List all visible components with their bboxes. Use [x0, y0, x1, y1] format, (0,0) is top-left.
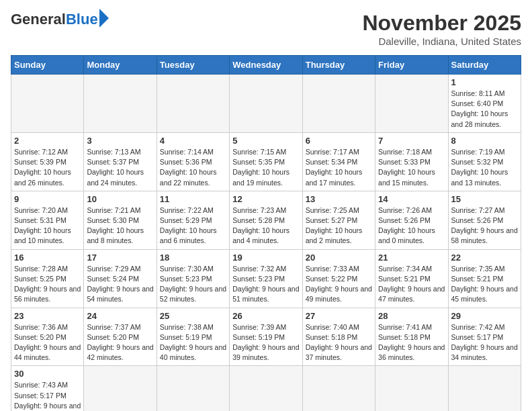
calendar-cell [448, 366, 521, 411]
day-number: 14 [378, 194, 445, 204]
weekday-header-row: SundayMondayTuesdayWednesdayThursdayFrid… [11, 56, 521, 75]
day-info: Sunrise: 7:22 AM Sunset: 5:29 PM Dayligh… [160, 205, 226, 246]
calendar-cell: 11Sunrise: 7:22 AM Sunset: 5:29 PM Dayli… [157, 191, 229, 249]
day-number: 4 [160, 136, 226, 146]
day-info: Sunrise: 7:39 AM Sunset: 5:19 PM Dayligh… [232, 322, 299, 363]
day-info: Sunrise: 7:34 AM Sunset: 5:21 PM Dayligh… [378, 264, 445, 305]
day-number: 12 [232, 194, 299, 204]
day-number: 6 [306, 136, 372, 146]
calendar-row-2: 2Sunrise: 7:12 AM Sunset: 5:39 PM Daylig… [11, 132, 521, 191]
weekday-header-tuesday: Tuesday [157, 56, 229, 75]
day-number: 1 [451, 77, 518, 87]
day-info: Sunrise: 7:12 AM Sunset: 5:39 PM Dayligh… [14, 147, 81, 188]
calendar-cell: 23Sunrise: 7:36 AM Sunset: 5:20 PM Dayli… [11, 308, 84, 366]
calendar-cell [157, 75, 229, 133]
day-number: 19 [232, 253, 299, 263]
calendar-cell: 15Sunrise: 7:27 AM Sunset: 5:26 PM Dayli… [448, 191, 521, 249]
calendar-cell: 8Sunrise: 7:19 AM Sunset: 5:32 PM Daylig… [448, 132, 521, 191]
day-info: Sunrise: 7:15 AM Sunset: 5:35 PM Dayligh… [232, 147, 299, 188]
calendar-cell: 4Sunrise: 7:14 AM Sunset: 5:36 PM Daylig… [157, 132, 229, 191]
calendar-cell: 1Sunrise: 8:11 AM Sunset: 6:40 PM Daylig… [448, 75, 521, 133]
calendar-row-6: 30Sunrise: 7:43 AM Sunset: 5:17 PM Dayli… [11, 366, 521, 411]
day-info: Sunrise: 7:35 AM Sunset: 5:21 PM Dayligh… [451, 264, 518, 305]
calendar-cell: 13Sunrise: 7:25 AM Sunset: 5:27 PM Dayli… [302, 191, 375, 249]
calendar-cell [375, 366, 448, 411]
day-number: 11 [160, 194, 226, 204]
day-info: Sunrise: 8:11 AM Sunset: 6:40 PM Dayligh… [451, 89, 518, 130]
day-info: Sunrise: 7:18 AM Sunset: 5:33 PM Dayligh… [378, 147, 445, 188]
month-title: November 2025 [362, 11, 521, 36]
calendar-cell [230, 75, 302, 133]
weekday-header-thursday: Thursday [302, 56, 375, 75]
day-number: 13 [306, 194, 372, 204]
day-number: 2 [14, 136, 81, 146]
day-info: Sunrise: 7:42 AM Sunset: 5:17 PM Dayligh… [451, 322, 518, 363]
day-info: Sunrise: 7:40 AM Sunset: 5:18 PM Dayligh… [306, 322, 372, 363]
calendar-cell: 12Sunrise: 7:23 AM Sunset: 5:28 PM Dayli… [230, 191, 302, 249]
day-info: Sunrise: 7:23 AM Sunset: 5:28 PM Dayligh… [232, 205, 299, 246]
day-number: 5 [232, 136, 299, 146]
day-info: Sunrise: 7:21 AM Sunset: 5:30 PM Dayligh… [87, 205, 153, 246]
day-number: 16 [14, 253, 81, 263]
calendar-cell: 14Sunrise: 7:26 AM Sunset: 5:26 PM Dayli… [375, 191, 448, 249]
calendar-cell: 10Sunrise: 7:21 AM Sunset: 5:30 PM Dayli… [84, 191, 157, 249]
day-info: Sunrise: 7:26 AM Sunset: 5:26 PM Dayligh… [378, 205, 445, 246]
calendar-cell: 2Sunrise: 7:12 AM Sunset: 5:39 PM Daylig… [11, 132, 84, 191]
day-info: Sunrise: 7:25 AM Sunset: 5:27 PM Dayligh… [306, 205, 372, 246]
calendar-cell [375, 75, 448, 133]
day-number: 15 [451, 194, 518, 204]
weekday-header-monday: Monday [84, 56, 157, 75]
day-number: 18 [160, 253, 226, 263]
day-info: Sunrise: 7:17 AM Sunset: 5:34 PM Dayligh… [306, 147, 372, 188]
calendar-cell: 16Sunrise: 7:28 AM Sunset: 5:25 PM Dayli… [11, 249, 84, 308]
day-info: Sunrise: 7:13 AM Sunset: 5:37 PM Dayligh… [87, 147, 153, 188]
calendar-cell: 28Sunrise: 7:41 AM Sunset: 5:18 PM Dayli… [375, 308, 448, 366]
calendar-cell: 29Sunrise: 7:42 AM Sunset: 5:17 PM Dayli… [448, 308, 521, 366]
day-number: 25 [160, 311, 226, 321]
day-number: 26 [232, 311, 299, 321]
day-number: 7 [378, 136, 445, 146]
calendar-cell: 3Sunrise: 7:13 AM Sunset: 5:37 PM Daylig… [84, 132, 157, 191]
day-info: Sunrise: 7:29 AM Sunset: 5:24 PM Dayligh… [87, 264, 153, 305]
location: Daleville, Indiana, United States [362, 36, 521, 47]
weekday-header-saturday: Saturday [448, 56, 521, 75]
calendar-cell [302, 366, 375, 411]
day-info: Sunrise: 7:14 AM Sunset: 5:36 PM Dayligh… [160, 147, 226, 188]
calendar-cell [11, 75, 84, 133]
calendar-row-4: 16Sunrise: 7:28 AM Sunset: 5:25 PM Dayli… [11, 249, 521, 308]
weekday-header-sunday: Sunday [11, 56, 84, 75]
calendar-cell: 30Sunrise: 7:43 AM Sunset: 5:17 PM Dayli… [11, 366, 84, 411]
calendar-row-3: 9Sunrise: 7:20 AM Sunset: 5:31 PM Daylig… [11, 191, 521, 249]
day-info: Sunrise: 7:19 AM Sunset: 5:32 PM Dayligh… [451, 147, 518, 188]
calendar-cell: 21Sunrise: 7:34 AM Sunset: 5:21 PM Dayli… [375, 249, 448, 308]
calendar-cell: 26Sunrise: 7:39 AM Sunset: 5:19 PM Dayli… [230, 308, 302, 366]
calendar-row-1: 1Sunrise: 8:11 AM Sunset: 6:40 PM Daylig… [11, 75, 521, 133]
logo-triangle-icon [99, 9, 109, 28]
calendar-cell: 6Sunrise: 7:17 AM Sunset: 5:34 PM Daylig… [302, 132, 375, 191]
calendar-cell: 9Sunrise: 7:20 AM Sunset: 5:31 PM Daylig… [11, 191, 84, 249]
calendar-cell [302, 75, 375, 133]
day-number: 27 [306, 311, 372, 321]
header: General Blue November 2025 Daleville, In… [11, 11, 521, 47]
day-number: 23 [14, 311, 81, 321]
calendar-cell: 18Sunrise: 7:30 AM Sunset: 5:23 PM Dayli… [157, 249, 229, 308]
day-info: Sunrise: 7:20 AM Sunset: 5:31 PM Dayligh… [14, 205, 81, 246]
calendar-cell: 24Sunrise: 7:37 AM Sunset: 5:20 PM Dayli… [84, 308, 157, 366]
day-info: Sunrise: 7:33 AM Sunset: 5:22 PM Dayligh… [306, 264, 372, 305]
calendar-cell: 19Sunrise: 7:32 AM Sunset: 5:23 PM Dayli… [230, 249, 302, 308]
title-area: November 2025 Daleville, Indiana, United… [362, 11, 521, 47]
logo: General Blue [11, 11, 109, 28]
day-number: 17 [87, 253, 153, 263]
day-info: Sunrise: 7:41 AM Sunset: 5:18 PM Dayligh… [378, 322, 445, 363]
logo-blue-text: Blue [66, 11, 98, 28]
day-number: 21 [378, 253, 445, 263]
calendar-cell: 17Sunrise: 7:29 AM Sunset: 5:24 PM Dayli… [84, 249, 157, 308]
calendar-cell: 22Sunrise: 7:35 AM Sunset: 5:21 PM Dayli… [448, 249, 521, 308]
day-number: 29 [451, 311, 518, 321]
logo-general-text: General [11, 11, 66, 28]
day-info: Sunrise: 7:43 AM Sunset: 5:17 PM Dayligh… [14, 380, 81, 411]
calendar-cell [84, 75, 157, 133]
calendar-cell: 25Sunrise: 7:38 AM Sunset: 5:19 PM Dayli… [157, 308, 229, 366]
day-number: 22 [451, 253, 518, 263]
calendar-cell: 5Sunrise: 7:15 AM Sunset: 5:35 PM Daylig… [230, 132, 302, 191]
